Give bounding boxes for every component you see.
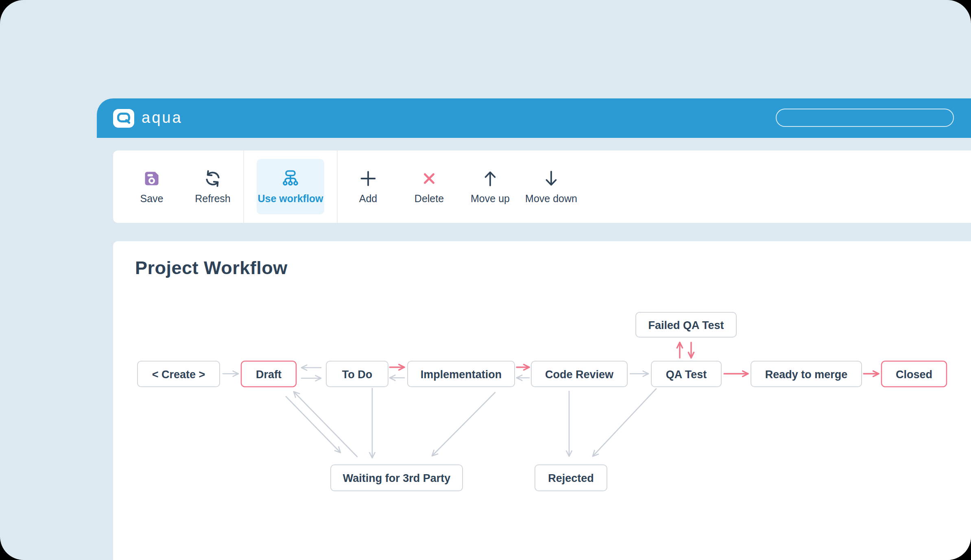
- plus-icon: [358, 169, 378, 188]
- save-label: Save: [140, 193, 164, 205]
- workflow-node-rejected[interactable]: Rejected: [535, 465, 607, 491]
- aqua-logo-icon: [113, 109, 135, 128]
- app-logo-text: aqua: [142, 110, 183, 127]
- x-icon: [419, 169, 439, 188]
- workflow-node-failed_qa_test[interactable]: Failed QA Test: [636, 312, 736, 337]
- workflow-node-ready_to_merge[interactable]: Ready to merge: [751, 361, 862, 387]
- workflow-node-label: Closed: [896, 368, 932, 381]
- use-workflow-button[interactable]: Use workflow: [257, 159, 324, 214]
- app-screenshot: aqua Save Refresh Use workflow: [0, 0, 971, 560]
- delete-label: Delete: [415, 193, 444, 205]
- workflow-node-label: Failed QA Test: [648, 319, 724, 331]
- use-workflow-label: Use workflow: [257, 193, 323, 205]
- workflow-node-draft[interactable]: Draft: [241, 361, 296, 387]
- workflow-icon: [281, 169, 300, 188]
- workflow-node-label: Draft: [256, 368, 281, 381]
- workflow-node-qa_test[interactable]: QA Test: [651, 361, 721, 387]
- save-icon: [142, 169, 161, 188]
- app-logo: aqua: [113, 109, 183, 128]
- move-down-label: Move down: [525, 193, 577, 205]
- toolbar-divider: [243, 150, 244, 223]
- delete-button[interactable]: Delete: [399, 156, 460, 217]
- workflow-node-implementation[interactable]: Implementation: [408, 361, 515, 387]
- move-up-label: Move up: [471, 193, 510, 205]
- workflow-node-to_do[interactable]: To Do: [326, 361, 388, 387]
- workflow-node-code_review[interactable]: Code Review: [531, 361, 627, 387]
- toolbar: Save Refresh Use workflow Add Delete: [113, 150, 971, 223]
- workflow-node-label: Rejected: [548, 472, 594, 484]
- refresh-button[interactable]: Refresh: [182, 156, 243, 217]
- move-up-button[interactable]: Move up: [460, 156, 521, 217]
- workflow-node-create[interactable]: < Create >: [137, 361, 220, 387]
- workflow-node-label: To Do: [342, 368, 372, 381]
- workflow-node-label: Code Review: [545, 368, 614, 381]
- page-title: Project Workflow: [135, 257, 288, 279]
- workflow-node-waiting_3rd_party[interactable]: Waiting for 3rd Party: [331, 465, 463, 491]
- arrow-down-icon: [541, 169, 561, 188]
- workflow-node-closed[interactable]: Closed: [882, 361, 947, 387]
- arrow-up-icon: [480, 169, 500, 188]
- content-panel: Project Workflow: [113, 241, 971, 560]
- search-input[interactable]: [776, 109, 954, 127]
- app-header: aqua: [97, 98, 971, 138]
- workflow-node-label: < Create >: [152, 368, 205, 381]
- add-button[interactable]: Add: [338, 156, 399, 217]
- add-label: Add: [359, 193, 377, 205]
- workflow-node-label: QA Test: [666, 368, 707, 381]
- refresh-icon: [203, 169, 223, 188]
- save-button[interactable]: Save: [121, 156, 182, 217]
- workflow-node-label: Ready to merge: [765, 368, 848, 381]
- move-down-button[interactable]: Move down: [521, 156, 582, 217]
- refresh-label: Refresh: [195, 193, 231, 205]
- workflow-node-label: Implementation: [421, 368, 502, 381]
- workflow-node-label: Waiting for 3rd Party: [343, 472, 451, 484]
